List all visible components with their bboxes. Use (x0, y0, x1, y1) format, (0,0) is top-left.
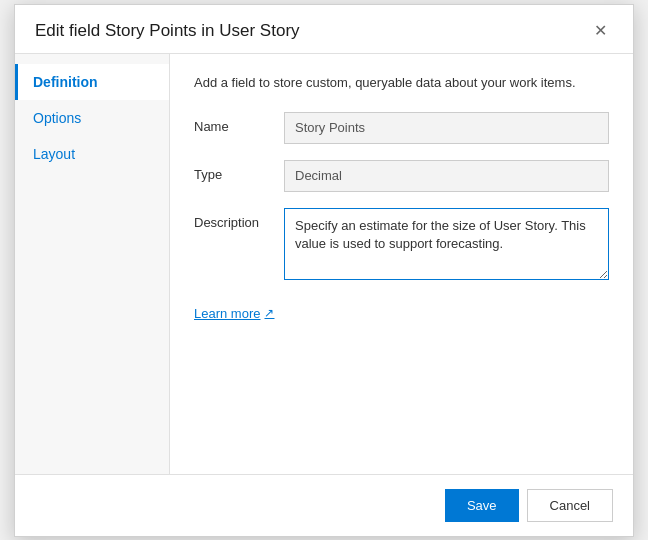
external-link-icon: ↗ (264, 306, 274, 320)
sidebar-item-label-definition: Definition (33, 74, 98, 90)
type-row: Type (194, 160, 609, 192)
sidebar: Definition Options Layout (15, 54, 170, 474)
dialog-header: Edit field Story Points in User Story ✕ (15, 5, 633, 54)
dialog-title: Edit field Story Points in User Story (35, 21, 300, 41)
type-input[interactable] (284, 160, 609, 192)
dialog: Edit field Story Points in User Story ✕ … (14, 4, 634, 537)
description-label: Description (194, 208, 284, 230)
name-row: Name (194, 112, 609, 144)
dialog-body: Definition Options Layout Add a field to… (15, 54, 633, 474)
close-icon: ✕ (594, 22, 607, 39)
description-row: Description (194, 208, 609, 280)
main-content: Add a field to store custom, queryable d… (170, 54, 633, 474)
sidebar-item-definition[interactable]: Definition (15, 64, 169, 100)
sidebar-item-label-layout: Layout (33, 146, 75, 162)
dialog-footer: Save Cancel (15, 474, 633, 536)
sidebar-item-layout[interactable]: Layout (15, 136, 169, 172)
cancel-button[interactable]: Cancel (527, 489, 613, 522)
form-subtitle: Add a field to store custom, queryable d… (194, 74, 609, 92)
dialog-overlay: Edit field Story Points in User Story ✕ … (0, 0, 648, 540)
close-button[interactable]: ✕ (588, 21, 613, 41)
learn-more-link[interactable]: Learn more ↗ (194, 306, 274, 321)
description-textarea[interactable] (284, 208, 609, 280)
learn-more-row: Learn more ↗ (194, 304, 609, 322)
sidebar-item-label-options: Options (33, 110, 81, 126)
learn-more-text: Learn more (194, 306, 260, 321)
sidebar-item-options[interactable]: Options (15, 100, 169, 136)
name-label: Name (194, 112, 284, 134)
save-button[interactable]: Save (445, 489, 519, 522)
name-input[interactable] (284, 112, 609, 144)
type-label: Type (194, 160, 284, 182)
